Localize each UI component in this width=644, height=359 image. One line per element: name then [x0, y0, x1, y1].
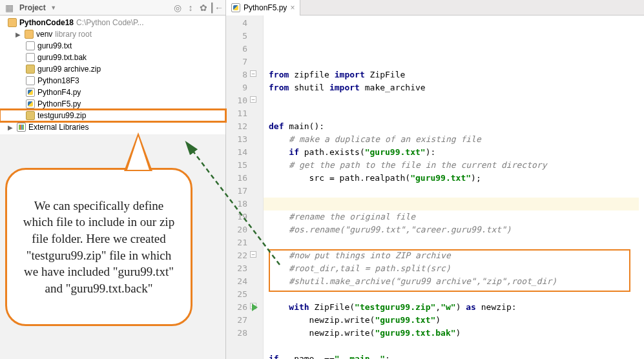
close-icon[interactable]: × — [290, 3, 295, 12]
file-name: Python18F3 — [37, 76, 79, 85]
root-path: C:\Python Code\P... — [76, 18, 144, 27]
code-line[interactable]: def main(): — [269, 120, 644, 133]
code-line[interactable] — [269, 94, 644, 107]
code-line[interactable]: # make a duplicate of an existing file — [269, 133, 644, 146]
dropdown-icon[interactable]: ▼ — [48, 3, 59, 13]
code-line[interactable] — [269, 288, 644, 301]
expand-icon[interactable]: ▶ — [8, 124, 14, 131]
file-item[interactable]: guru99.txt — [0, 40, 225, 52]
file-item[interactable]: testguru99.zip — [0, 110, 225, 121]
code-line[interactable]: with ZipFile("testguru99.zip","w") as ne… — [269, 301, 644, 314]
file-icon — [26, 76, 35, 85]
project-sidebar: ▦ Project ▼ ◎ ↕ ✿ ┃← PythonCode18 C:\Pyt… — [0, 0, 226, 359]
editor-pane: PythonF5.py × 45678−910−1112131415161718… — [226, 0, 644, 359]
line-gutter: 45678−910−111213141516171819202122−23242… — [226, 15, 264, 359]
venv-name: venv — [36, 30, 52, 39]
target-icon[interactable]: ◎ — [172, 3, 183, 13]
collapse-icon[interactable]: ↕ — [185, 3, 196, 13]
py-icon — [26, 99, 35, 108]
library-icon — [17, 123, 26, 132]
project-tree: PythonCode18 C:\Python Code\P... ▶ venv … — [0, 15, 225, 134]
code-line[interactable]: #rename the original file — [269, 210, 644, 223]
file-name: testguru99.zip — [37, 111, 86, 120]
code-line[interactable]: if __name__=="__main__": — [269, 353, 644, 359]
project-icon: ▦ — [4, 3, 14, 13]
code-line[interactable] — [269, 340, 644, 353]
file-item[interactable]: Python18F3 — [0, 75, 225, 87]
code-line[interactable]: newzip.write("guru99.txt") — [269, 314, 644, 327]
code-area[interactable]: 45678−910−111213141516171819202122−23242… — [226, 15, 644, 359]
code-content[interactable]: from zipfile import ZipFilefrom shutil i… — [264, 15, 644, 359]
editor-tabbar: PythonF5.py × — [226, 0, 644, 15]
zip-icon — [26, 111, 35, 120]
gear-icon[interactable]: ✿ — [198, 3, 209, 13]
code-line[interactable]: #now put things into ZIP archive — [269, 249, 644, 262]
code-line[interactable]: src = path.realpath("guru99.txt"); — [269, 172, 644, 185]
tab-label: PythonF5.py — [244, 3, 287, 12]
code-line[interactable]: # get the path to the file in the curren… — [269, 159, 644, 172]
file-icon — [26, 53, 35, 62]
hide-icon[interactable]: ┃← — [211, 3, 222, 13]
code-line[interactable]: if path.exists("guru99.txt"): — [269, 146, 644, 159]
code-line[interactable]: #root_dir,tail = path.split(src) — [269, 262, 644, 275]
file-name: guru99 archive.zip — [37, 65, 101, 74]
code-line[interactable]: #shutil.make_archive("guru99 archive","z… — [269, 275, 644, 288]
code-line[interactable]: #os.rename("guru99.txt","career.guru99.t… — [269, 223, 644, 236]
folder-icon — [8, 18, 17, 27]
zip-icon — [26, 65, 35, 74]
file-name: guru99.txt — [37, 41, 72, 50]
code-line[interactable] — [269, 185, 644, 198]
project-root[interactable]: PythonCode18 C:\Python Code\P... — [0, 17, 225, 28]
file-item[interactable]: PythonF4.py — [0, 87, 225, 98]
file-name: guru99.txt.bak — [37, 53, 87, 62]
code-line[interactable]: from shutil import make_archive — [269, 81, 644, 94]
root-name: PythonCode18 — [19, 18, 74, 27]
code-line[interactable]: newzip.write("guru99.txt.bak") — [269, 327, 644, 340]
external-libraries[interactable]: ▶ External Libraries — [0, 121, 225, 133]
file-item[interactable]: guru99.txt.bak — [0, 52, 225, 63]
venv-note: library root — [55, 30, 92, 39]
file-icon — [26, 41, 35, 50]
callout-text: We can specifically define which file to… — [19, 198, 179, 297]
code-line[interactable] — [269, 236, 644, 249]
callout-tail — [124, 132, 152, 171]
code-line[interactable]: from zipfile import ZipFile — [269, 68, 644, 81]
ext-lib-label: External Libraries — [28, 123, 88, 132]
py-icon — [26, 88, 35, 97]
python-icon — [231, 3, 240, 12]
file-name: PythonF5.py — [37, 99, 81, 108]
editor-tab[interactable]: PythonF5.py × — [226, 0, 300, 15]
code-line[interactable] — [269, 107, 644, 120]
annotation-callout: We can specifically define which file to… — [5, 168, 192, 326]
sidebar-header: ▦ Project ▼ ◎ ↕ ✿ ┃← — [0, 0, 225, 15]
file-item[interactable]: guru99 archive.zip — [0, 63, 225, 75]
sidebar-title: Project — [19, 3, 46, 12]
file-item[interactable]: PythonF5.py — [0, 98, 225, 110]
file-name: PythonF4.py — [37, 88, 81, 97]
venv-folder[interactable]: ▶ venv library root — [0, 28, 225, 40]
expand-icon[interactable]: ▶ — [16, 31, 22, 38]
folder-icon — [25, 30, 34, 39]
code-line[interactable] — [264, 198, 639, 210]
